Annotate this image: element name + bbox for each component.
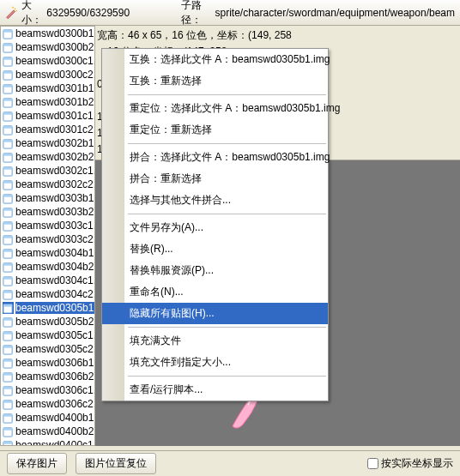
menu-item[interactable]: 互换：选择此文件 A：beamswd0305b1.img: [102, 49, 328, 70]
file-name: beamswd0304c2.: [15, 288, 94, 300]
file-item[interactable]: beamswd0305c1.: [1, 328, 94, 342]
menu-item[interactable]: 选择与其他文件拼合...: [102, 190, 328, 211]
file-item[interactable]: beamswd0301b2.: [1, 95, 94, 109]
file-item[interactable]: beamswd0300b1.: [1, 27, 94, 40]
file-item[interactable]: beamswd0300c1.: [1, 54, 94, 68]
svg-rect-64: [3, 441, 12, 443]
menu-item[interactable]: 重定位：重新选择: [102, 119, 328, 141]
file-item[interactable]: beamswd0301b1.: [1, 81, 94, 95]
file-item[interactable]: beamswd0305b2.: [1, 315, 94, 328]
file-icon: [3, 357, 14, 369]
svg-rect-18: [3, 125, 12, 128]
file-item[interactable]: beamswd0305b1.: [1, 301, 94, 315]
file-name: beamswd0302b2.: [15, 151, 94, 163]
file-item[interactable]: beamswd0302c2.: [1, 178, 94, 191]
file-name: beamswd0300b2.: [15, 41, 94, 53]
menu-item[interactable]: 拼合：重新选择: [102, 168, 328, 190]
actual-coords-option[interactable]: 按实际坐标显示: [367, 456, 453, 471]
file-name: beamswd0300b1.: [15, 27, 94, 39]
file-item[interactable]: beamswd0300b2.: [1, 40, 94, 54]
file-item[interactable]: beamswd0306c2.: [1, 397, 94, 411]
file-name: beamswd0305b2.: [15, 316, 94, 328]
file-name: beamswd0303b1.: [15, 192, 94, 204]
detail-line[interactable]: 宽高：46 x 65，16 位色，坐标：(149, 258: [97, 27, 457, 44]
file-name: beamswd0301c2.: [15, 124, 94, 136]
file-item[interactable]: beamswd0303c1.: [1, 219, 94, 232]
menu-item[interactable]: 拼合：选择此文件 A：beamswd0305b1.img: [102, 147, 328, 168]
file-item[interactable]: beamswd0400c1.: [1, 438, 94, 446]
file-list[interactable]: beamswd0300b1.beamswd0300b2.beamswd0300c…: [0, 26, 94, 446]
file-item[interactable]: beamswd0304b1.: [1, 246, 94, 260]
svg-rect-22: [3, 153, 12, 155]
file-item[interactable]: beamswd0302b2.: [1, 150, 94, 164]
svg-rect-48: [3, 331, 12, 334]
file-item[interactable]: beamswd0300c2.: [1, 68, 94, 81]
file-name: beamswd0304b1.: [15, 247, 94, 259]
file-item[interactable]: beamswd0400b1.: [1, 411, 94, 425]
svg-rect-34: [3, 235, 12, 238]
menu-item[interactable]: 文件另存为(A)...: [102, 217, 328, 238]
file-name: beamswd0305b1.: [15, 302, 94, 314]
svg-rect-58: [3, 400, 12, 402]
svg-rect-50: [3, 345, 12, 347]
svg-rect-44: [3, 304, 12, 306]
file-name: beamswd0306b2.: [15, 371, 94, 383]
menu-separator: [128, 94, 326, 95]
file-icon: [3, 165, 14, 177]
svg-rect-60: [3, 413, 12, 416]
file-name: beamswd0400b1.: [15, 412, 94, 424]
file-item[interactable]: beamswd0304c2.: [1, 287, 94, 301]
file-item[interactable]: beamswd0303b1.: [1, 191, 94, 205]
file-item[interactable]: beamswd0304b2.: [1, 260, 94, 274]
menu-item[interactable]: 隐藏所有贴图(H)...: [102, 303, 328, 324]
reset-position-button[interactable]: 图片位置复位: [76, 453, 156, 474]
file-icon: [3, 329, 14, 341]
size-label: 大小：: [21, 0, 47, 27]
save-image-button[interactable]: 保存图片: [7, 453, 67, 474]
magic-wand-icon[interactable]: [5, 5, 18, 21]
svg-rect-20: [3, 139, 12, 142]
file-item[interactable]: beamswd0306b2.: [1, 370, 94, 383]
menu-item[interactable]: 替换韩服资源(P)...: [102, 260, 328, 281]
menu-item[interactable]: 重定位：选择此文件 A：beamswd0305b1.img: [102, 98, 328, 119]
svg-rect-38: [3, 262, 12, 265]
menu-item[interactable]: 查看/运行脚本...: [102, 379, 328, 401]
file-item[interactable]: beamswd0400b2.: [1, 425, 94, 438]
file-item[interactable]: beamswd0301c2.: [1, 123, 94, 136]
svg-rect-28: [3, 194, 12, 196]
file-name: beamswd0302b1.: [15, 137, 94, 149]
menu-item[interactable]: 重命名(N)...: [102, 281, 328, 303]
svg-rect-4: [3, 29, 12, 32]
menu-item[interactable]: 替换(R)...: [102, 238, 328, 260]
menu-separator: [128, 376, 326, 377]
file-icon: [3, 384, 14, 396]
file-name: beamswd0306b1.: [15, 357, 94, 369]
svg-rect-24: [3, 166, 12, 169]
file-item[interactable]: beamswd0306b1.: [1, 356, 94, 370]
file-name: beamswd0303b2.: [15, 206, 94, 218]
file-icon: [3, 233, 14, 245]
menu-item[interactable]: 填充文件到指定大小...: [102, 352, 328, 373]
svg-point-0: [15, 9, 16, 10]
file-item[interactable]: beamswd0304c1.: [1, 274, 94, 287]
svg-rect-62: [3, 427, 12, 430]
file-item[interactable]: beamswd0303c2.: [1, 232, 94, 246]
menu-item[interactable]: 互换：重新选择: [102, 70, 328, 92]
file-item[interactable]: beamswd0305c2.: [1, 342, 94, 356]
file-name: beamswd0300c2.: [15, 69, 94, 81]
bottom-bar: 保存图片 图片位置复位 按实际坐标显示: [0, 450, 460, 476]
context-menu: 互换：选择此文件 A：beamswd0305b1.img互换：重新选择重定位：选…: [101, 48, 329, 401]
svg-point-1: [15, 10, 17, 12]
file-item[interactable]: beamswd0301c1.: [1, 109, 94, 123]
menu-item[interactable]: 填充满文件: [102, 330, 328, 352]
file-name: beamswd0306c1.: [15, 384, 94, 396]
file-name: beamswd0400c1.: [15, 439, 94, 446]
file-item[interactable]: beamswd0306c1.: [1, 383, 94, 397]
file-icon: [3, 302, 14, 314]
file-item[interactable]: beamswd0303b2.: [1, 205, 94, 219]
file-item[interactable]: beamswd0302b1.: [1, 136, 94, 150]
actual-coords-checkbox[interactable]: [367, 458, 378, 469]
svg-rect-42: [3, 290, 12, 292]
file-item[interactable]: beamswd0302c1.: [1, 164, 94, 178]
file-icon: [3, 151, 14, 163]
